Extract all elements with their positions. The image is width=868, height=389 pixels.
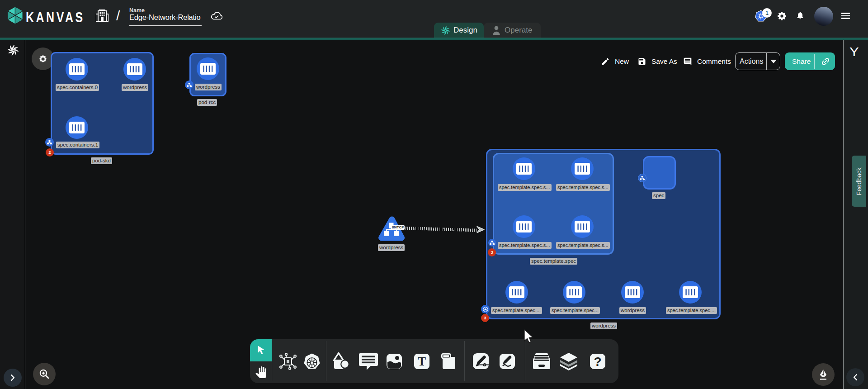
svg-text:T: T	[418, 355, 426, 368]
svg-text:?: ?	[594, 355, 601, 369]
